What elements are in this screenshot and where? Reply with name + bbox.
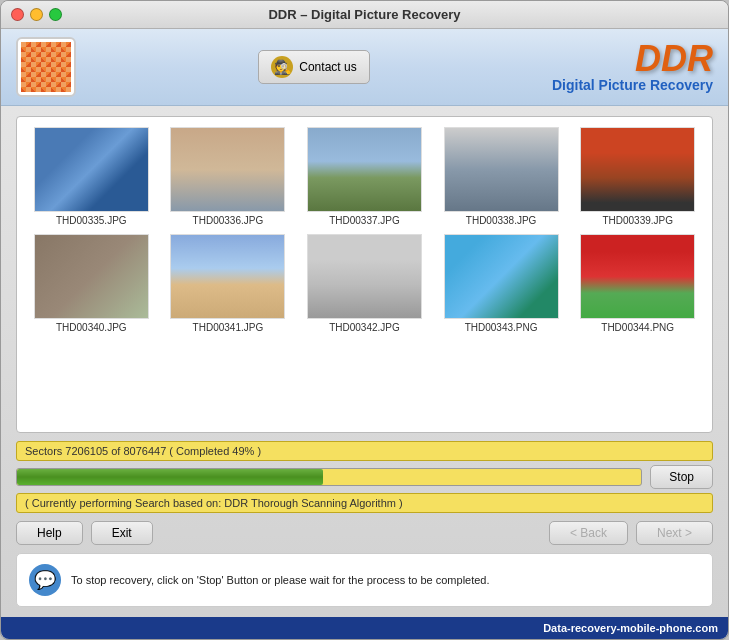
list-item: THD00343.PNG [437, 234, 566, 333]
thumbnail-image[interactable] [444, 127, 559, 212]
list-item: THD00342.JPG [300, 234, 429, 333]
thumbnails-grid: THD00335.JPGTHD00336.JPGTHD00337.JPGTHD0… [27, 127, 702, 333]
list-item: THD00336.JPG [164, 127, 293, 226]
message-panel: 💬 To stop recovery, click on 'Stop' Butt… [16, 553, 713, 607]
main-content: THD00335.JPGTHD00336.JPGTHD00337.JPGTHD0… [1, 106, 728, 617]
thumbnail-filename: THD00340.JPG [56, 322, 127, 333]
maximize-button[interactable] [49, 8, 62, 21]
contact-us-button[interactable]: 🕵️ Contact us [258, 50, 369, 84]
back-button[interactable]: < Back [549, 521, 628, 545]
ddr-title: DDR [552, 41, 713, 77]
thumbnail-filename: THD00336.JPG [193, 215, 264, 226]
thumbnail-filename: THD00337.JPG [329, 215, 400, 226]
list-item: THD00341.JPG [164, 234, 293, 333]
thumbnail-filename: THD00343.PNG [465, 322, 538, 333]
thumbnail-filename: THD00339.JPG [602, 215, 673, 226]
progress-bar-fill [17, 469, 323, 485]
thumbnail-image[interactable] [34, 127, 149, 212]
thumbnail-image[interactable] [34, 234, 149, 319]
help-button[interactable]: Help [16, 521, 83, 545]
checkerboard-icon [21, 42, 71, 92]
progress-bar-container [16, 468, 642, 486]
minimize-button[interactable] [30, 8, 43, 21]
app-logo [16, 37, 76, 97]
progress-section: Sectors 7206105 of 8076447 ( Completed 4… [16, 441, 713, 513]
thumbnail-filename: THD00338.JPG [466, 215, 537, 226]
algorithm-bar: ( Currently performing Search based on: … [16, 493, 713, 513]
thumbnail-image[interactable] [580, 234, 695, 319]
thumbnail-filename: THD00335.JPG [56, 215, 127, 226]
ddr-subtitle: Digital Picture Recovery [552, 77, 713, 93]
list-item: THD00338.JPG [437, 127, 566, 226]
stop-button[interactable]: Stop [650, 465, 713, 489]
thumbnail-filename: THD00344.PNG [601, 322, 674, 333]
thumbnail-image[interactable] [444, 234, 559, 319]
nav-row: Help Exit < Back Next > [16, 521, 713, 545]
brand-area: DDR Digital Picture Recovery [552, 41, 713, 93]
thumbnail-image[interactable] [170, 127, 285, 212]
next-button[interactable]: Next > [636, 521, 713, 545]
window-title: DDR – Digital Picture Recovery [268, 7, 460, 22]
status-bar: Sectors 7206105 of 8076447 ( Completed 4… [16, 441, 713, 461]
traffic-lights [11, 8, 62, 21]
list-item: THD00339.JPG [573, 127, 702, 226]
thumbnail-image[interactable] [307, 127, 422, 212]
list-item: THD00337.JPG [300, 127, 429, 226]
thumbnail-image[interactable] [580, 127, 695, 212]
progress-row: Stop [16, 465, 713, 489]
thumbnail-image[interactable] [307, 234, 422, 319]
main-window: DDR – Digital Picture Recovery 🕵️ Contac… [0, 0, 729, 640]
chat-icon: 💬 [29, 564, 61, 596]
app-header: 🕵️ Contact us DDR Digital Picture Recove… [1, 29, 728, 106]
thumbnail-image[interactable] [170, 234, 285, 319]
title-bar: DDR – Digital Picture Recovery [1, 1, 728, 29]
list-item: THD00344.PNG [573, 234, 702, 333]
thumbnail-filename: THD00341.JPG [193, 322, 264, 333]
agent-icon: 🕵️ [271, 56, 293, 78]
close-button[interactable] [11, 8, 24, 21]
footer-bar: Data-recovery-mobile-phone.com [1, 617, 728, 639]
thumbnails-panel: THD00335.JPGTHD00336.JPGTHD00337.JPGTHD0… [16, 116, 713, 433]
contact-label: Contact us [299, 60, 356, 74]
message-text: To stop recovery, click on 'Stop' Button… [71, 574, 490, 586]
exit-button[interactable]: Exit [91, 521, 153, 545]
list-item: THD00340.JPG [27, 234, 156, 333]
list-item: THD00335.JPG [27, 127, 156, 226]
footer-text: Data-recovery-mobile-phone.com [543, 622, 718, 634]
thumbnail-filename: THD00342.JPG [329, 322, 400, 333]
